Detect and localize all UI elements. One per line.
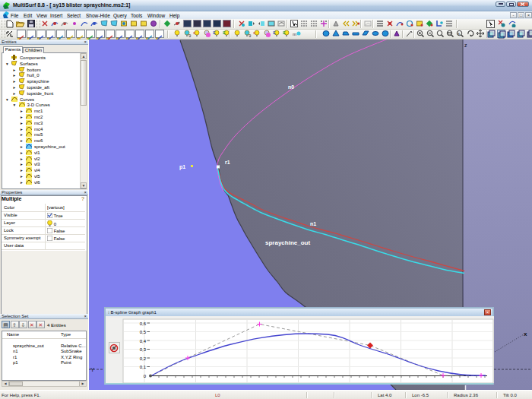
- svg-text:0,4: 0,4: [140, 339, 147, 344]
- svg-text:0,2: 0,2: [140, 356, 147, 361]
- svg-text:z: z: [464, 43, 467, 48]
- svg-text:E: E: [283, 30, 286, 35]
- svg-text:E: E: [273, 30, 276, 35]
- svg-text:0,6: 0,6: [140, 321, 147, 326]
- svg-text:0,1: 0,1: [140, 365, 147, 369]
- svg-text:spraychine_out: spraychine_out: [265, 239, 310, 246]
- svg-text:0,3: 0,3: [140, 347, 147, 352]
- svg-text:E: E: [213, 30, 216, 35]
- svg-text:n0: n0: [288, 84, 294, 90]
- svg-text:9: 9: [249, 33, 252, 38]
- svg-text:Y: Y: [90, 366, 95, 373]
- svg-text:s: s: [458, 31, 460, 36]
- svg-text:x: x: [253, 30, 255, 35]
- svg-text:r1: r1: [225, 160, 230, 165]
- svg-text:x: x: [524, 331, 527, 337]
- svg-text:9: 9: [188, 33, 192, 38]
- svg-text:p1: p1: [179, 164, 185, 170]
- svg-text:x: x: [193, 30, 195, 35]
- svg-text:E: E: [223, 30, 226, 35]
- svg-text:m: m: [293, 32, 296, 36]
- svg-text:n1: n1: [310, 221, 316, 226]
- svg-text:0,5: 0,5: [140, 330, 147, 334]
